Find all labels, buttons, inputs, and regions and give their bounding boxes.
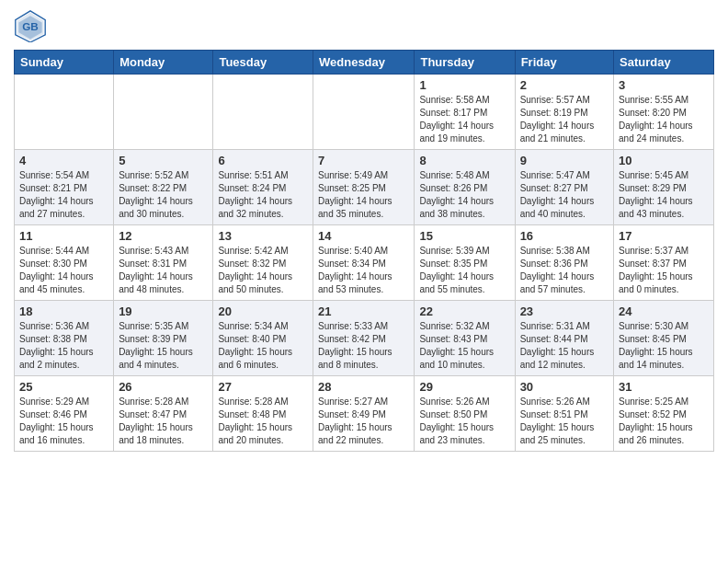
calendar-cell [213,75,313,150]
day-number: 16 [520,229,609,243]
calendar-cell: 6Sunrise: 5:51 AM Sunset: 8:24 PM Daylig… [213,150,313,225]
calendar-cell: 14Sunrise: 5:40 AM Sunset: 8:34 PM Dayli… [313,225,415,301]
day-info: Sunrise: 5:57 AM Sunset: 8:19 PM Dayligh… [520,94,609,145]
day-info: Sunrise: 5:52 AM Sunset: 8:22 PM Dayligh… [119,169,208,221]
day-info: Sunrise: 5:58 AM Sunset: 8:17 PM Dayligh… [419,94,509,145]
day-number: 25 [19,380,108,394]
calendar-cell: 7Sunrise: 5:49 AM Sunset: 8:25 PM Daylig… [313,150,415,225]
day-info: Sunrise: 5:26 AM Sunset: 8:51 PM Dayligh… [520,396,609,447]
day-info: Sunrise: 5:36 AM Sunset: 8:38 PM Dayligh… [19,320,108,372]
calendar-week-5: 25Sunrise: 5:29 AM Sunset: 8:46 PM Dayli… [15,376,714,452]
calendar-cell: 26Sunrise: 5:28 AM Sunset: 8:47 PM Dayli… [114,376,213,452]
calendar-cell: 20Sunrise: 5:34 AM Sunset: 8:40 PM Dayli… [213,301,313,376]
calendar-week-2: 4Sunrise: 5:54 AM Sunset: 8:21 PM Daylig… [15,150,714,225]
calendar-header-saturday: Saturday [614,51,714,75]
day-info: Sunrise: 5:29 AM Sunset: 8:46 PM Dayligh… [19,396,108,447]
calendar-cell: 17Sunrise: 5:37 AM Sunset: 8:37 PM Dayli… [614,225,714,301]
day-number: 1 [419,78,509,92]
calendar-cell: 15Sunrise: 5:39 AM Sunset: 8:35 PM Dayli… [415,225,515,301]
day-info: Sunrise: 5:30 AM Sunset: 8:45 PM Dayligh… [619,320,709,372]
calendar-cell: 25Sunrise: 5:29 AM Sunset: 8:46 PM Dayli… [15,376,114,452]
day-info: Sunrise: 5:35 AM Sunset: 8:39 PM Dayligh… [119,320,208,372]
day-number: 20 [218,304,308,318]
calendar-header-sunday: Sunday [15,51,114,75]
logo: GB [14,9,52,42]
calendar-cell: 19Sunrise: 5:35 AM Sunset: 8:39 PM Dayli… [114,301,213,376]
calendar-cell: 13Sunrise: 5:42 AM Sunset: 8:32 PM Dayli… [213,225,313,301]
day-info: Sunrise: 5:25 AM Sunset: 8:52 PM Dayligh… [619,396,709,447]
day-info: Sunrise: 5:45 AM Sunset: 8:29 PM Dayligh… [619,169,709,221]
calendar-header-tuesday: Tuesday [213,51,313,75]
day-info: Sunrise: 5:43 AM Sunset: 8:31 PM Dayligh… [119,245,208,296]
calendar-cell: 10Sunrise: 5:45 AM Sunset: 8:29 PM Dayli… [614,150,714,225]
logo-icon: GB [14,9,47,42]
day-info: Sunrise: 5:27 AM Sunset: 8:49 PM Dayligh… [318,396,409,447]
day-info: Sunrise: 5:55 AM Sunset: 8:20 PM Dayligh… [619,94,709,145]
day-number: 2 [520,78,609,92]
day-number: 8 [419,154,509,167]
day-number: 17 [619,229,709,243]
day-number: 22 [419,304,509,318]
calendar-cell: 16Sunrise: 5:38 AM Sunset: 8:36 PM Dayli… [515,225,613,301]
calendar-cell: 8Sunrise: 5:48 AM Sunset: 8:26 PM Daylig… [415,150,515,225]
day-info: Sunrise: 5:39 AM Sunset: 8:35 PM Dayligh… [419,245,509,296]
calendar-cell: 11Sunrise: 5:44 AM Sunset: 8:30 PM Dayli… [15,225,114,301]
day-number: 6 [218,154,308,167]
calendar-cell: 9Sunrise: 5:47 AM Sunset: 8:27 PM Daylig… [515,150,613,225]
day-info: Sunrise: 5:28 AM Sunset: 8:47 PM Dayligh… [119,396,208,447]
day-number: 24 [619,304,709,318]
calendar-cell: 24Sunrise: 5:30 AM Sunset: 8:45 PM Dayli… [614,301,714,376]
calendar-cell: 18Sunrise: 5:36 AM Sunset: 8:38 PM Dayli… [15,301,114,376]
day-info: Sunrise: 5:32 AM Sunset: 8:43 PM Dayligh… [419,320,509,372]
calendar-cell: 23Sunrise: 5:31 AM Sunset: 8:44 PM Dayli… [515,301,613,376]
calendar-cell: 27Sunrise: 5:28 AM Sunset: 8:48 PM Dayli… [213,376,313,452]
day-number: 5 [119,154,208,167]
calendar-week-4: 18Sunrise: 5:36 AM Sunset: 8:38 PM Dayli… [15,301,714,376]
day-info: Sunrise: 5:44 AM Sunset: 8:30 PM Dayligh… [19,245,108,296]
day-info: Sunrise: 5:26 AM Sunset: 8:50 PM Dayligh… [419,396,509,447]
day-number: 11 [19,229,108,243]
day-number: 30 [520,380,609,394]
day-number: 21 [318,304,409,318]
calendar-week-3: 11Sunrise: 5:44 AM Sunset: 8:30 PM Dayli… [15,225,714,301]
day-number: 28 [318,380,409,394]
svg-text:GB: GB [22,20,39,32]
day-number: 29 [419,380,509,394]
day-info: Sunrise: 5:40 AM Sunset: 8:34 PM Dayligh… [318,245,409,296]
day-info: Sunrise: 5:51 AM Sunset: 8:24 PM Dayligh… [218,169,308,221]
day-number: 3 [619,78,709,92]
day-number: 14 [318,229,409,243]
calendar-cell [313,75,415,150]
calendar-cell: 12Sunrise: 5:43 AM Sunset: 8:31 PM Dayli… [114,225,213,301]
calendar-header-thursday: Thursday [415,51,515,75]
day-info: Sunrise: 5:42 AM Sunset: 8:32 PM Dayligh… [218,245,308,296]
page: GB SundayMondayTuesdayWednesdayThursdayF… [0,0,728,465]
day-info: Sunrise: 5:38 AM Sunset: 8:36 PM Dayligh… [520,245,609,296]
day-info: Sunrise: 5:28 AM Sunset: 8:48 PM Dayligh… [218,396,308,447]
day-info: Sunrise: 5:37 AM Sunset: 8:37 PM Dayligh… [619,245,709,296]
calendar-cell: 1Sunrise: 5:58 AM Sunset: 8:17 PM Daylig… [415,75,515,150]
calendar-cell: 30Sunrise: 5:26 AM Sunset: 8:51 PM Dayli… [515,376,613,452]
day-number: 18 [19,304,108,318]
day-info: Sunrise: 5:49 AM Sunset: 8:25 PM Dayligh… [318,169,409,221]
day-info: Sunrise: 5:48 AM Sunset: 8:26 PM Dayligh… [419,169,509,221]
day-info: Sunrise: 5:33 AM Sunset: 8:42 PM Dayligh… [318,320,409,372]
calendar-header-wednesday: Wednesday [313,51,415,75]
calendar-header-row: SundayMondayTuesdayWednesdayThursdayFrid… [15,51,714,75]
calendar-cell: 29Sunrise: 5:26 AM Sunset: 8:50 PM Dayli… [415,376,515,452]
calendar-header-monday: Monday [114,51,213,75]
calendar-cell: 31Sunrise: 5:25 AM Sunset: 8:52 PM Dayli… [614,376,714,452]
day-number: 27 [218,380,308,394]
calendar-header-friday: Friday [515,51,613,75]
day-number: 9 [520,154,609,167]
day-number: 19 [119,304,208,318]
day-number: 23 [520,304,609,318]
calendar-cell: 5Sunrise: 5:52 AM Sunset: 8:22 PM Daylig… [114,150,213,225]
calendar-week-1: 1Sunrise: 5:58 AM Sunset: 8:17 PM Daylig… [15,75,714,150]
day-number: 12 [119,229,208,243]
calendar-cell: 4Sunrise: 5:54 AM Sunset: 8:21 PM Daylig… [15,150,114,225]
calendar-cell: 22Sunrise: 5:32 AM Sunset: 8:43 PM Dayli… [415,301,515,376]
day-number: 26 [119,380,208,394]
day-number: 7 [318,154,409,167]
day-info: Sunrise: 5:47 AM Sunset: 8:27 PM Dayligh… [520,169,609,221]
